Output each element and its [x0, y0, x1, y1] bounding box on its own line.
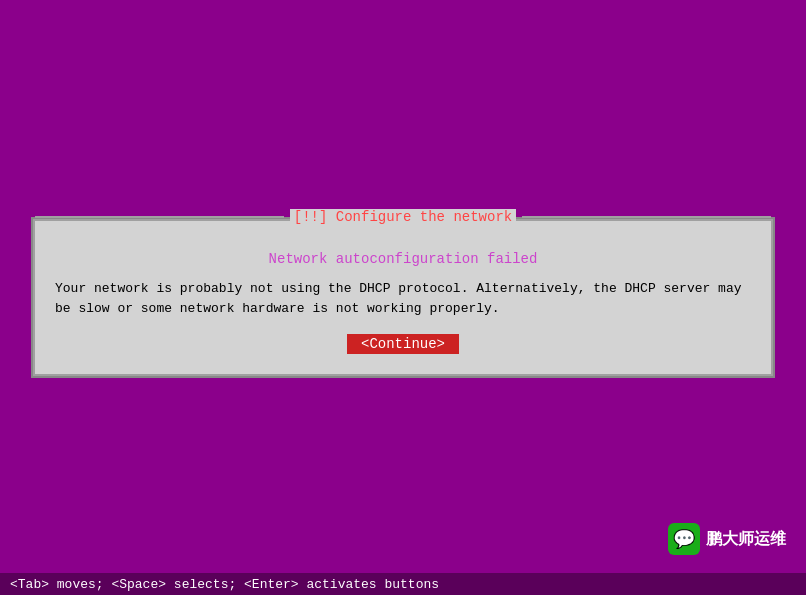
error-body-line1: Your network is probably not using the D…: [55, 281, 742, 296]
status-bar: <Tab> moves; <Space> selects; <Enter> ac…: [0, 573, 806, 595]
error-body-line2: be slow or some network hardware is not …: [55, 301, 500, 316]
wechat-icon: 💬: [673, 528, 695, 550]
dialog-title: [!!] Configure the network: [290, 209, 516, 225]
screen: [!!] Configure the network Network autoc…: [0, 0, 806, 595]
title-line-left: [35, 216, 284, 218]
dialog-title-bar: [!!] Configure the network: [35, 209, 771, 225]
watermark-text: 鹏大师运维: [706, 529, 786, 550]
dialog-box: [!!] Configure the network Network autoc…: [33, 219, 773, 376]
title-line-right: [522, 216, 771, 218]
status-text: <Tab> moves; <Space> selects; <Enter> ac…: [10, 577, 439, 592]
error-title: Network autoconfiguration failed: [55, 251, 751, 267]
watermark-icon: 💬: [668, 523, 700, 555]
dialog-content: Network autoconfiguration failed Your ne…: [55, 251, 751, 354]
watermark: 💬 鹏大师运维: [668, 523, 786, 555]
error-body: Your network is probably not using the D…: [55, 279, 751, 318]
continue-button[interactable]: <Continue>: [347, 334, 459, 354]
dialog-outer-border: [!!] Configure the network Network autoc…: [31, 217, 775, 378]
